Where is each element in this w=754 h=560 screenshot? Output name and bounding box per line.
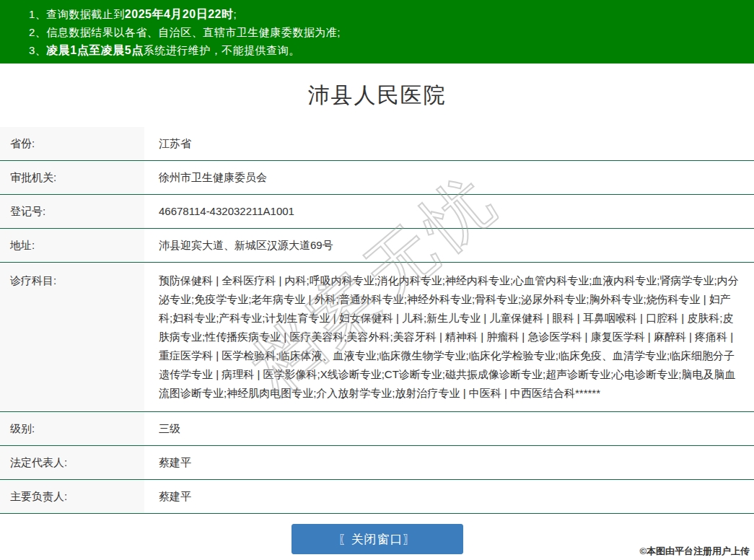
table-row: 审批机关: 徐州市卫生健康委员会	[0, 161, 754, 195]
row-label-approval-authority: 审批机关:	[0, 161, 144, 195]
notice-bold-text: 2025年4月20日22时	[125, 8, 234, 20]
notice-text: 3、	[29, 44, 46, 56]
table-row: 地址: 沛县迎宾大道、新城区汉源大道69号	[0, 229, 754, 263]
notice-line: 2、信息数据结果以各省、自治区、直辖市卫生健康委数据为准;	[29, 23, 740, 41]
row-label-medical-subjects: 诊疗科目:	[0, 263, 144, 412]
row-value-medical-subjects: 预防保健科 | 全科医疗科 | 内科;呼吸内科专业;消化内科专业;神经内科专业;…	[144, 263, 754, 412]
table-row: 法定代表人: 蔡建平	[0, 446, 754, 480]
page-title: 沛县人民医院	[308, 81, 447, 110]
notice-text: 2、信息数据结果以各省、自治区、直辖市卫生健康委数据为准;	[29, 26, 341, 38]
notice-banner: 1、查询数据截止到2025年4月20日22时; 2、信息数据结果以各省、自治区、…	[0, 0, 754, 64]
row-value-main-person-in-charge: 蔡建平	[144, 480, 754, 514]
table-row: 省份: 江苏省	[0, 127, 754, 161]
hospital-info-table: 省份: 江苏省 审批机关: 徐州市卫生健康委员会 登记号: 46678114-4…	[0, 127, 754, 514]
notice-line: 3、凌晨1点至凌晨5点系统进行维护，不能提供查询。	[29, 41, 740, 59]
title-area: 沛县人民医院	[0, 64, 754, 127]
row-label-registration-number: 登记号:	[0, 195, 144, 229]
row-label-province: 省份:	[0, 127, 144, 161]
button-row: 〖关闭窗口〗	[0, 524, 754, 554]
row-label-level: 级别:	[0, 412, 144, 446]
notice-line: 1、查询数据截止到2025年4月20日22时;	[29, 5, 740, 23]
row-value-province: 江苏省	[144, 127, 754, 161]
close-window-button[interactable]: 〖关闭窗口〗	[291, 524, 463, 554]
row-value-approval-authority: 徐州市卫生健康委员会	[144, 161, 754, 195]
table-row: 登记号: 46678114-432032211A1001	[0, 195, 754, 229]
notice-bold-text: 凌晨1点至凌晨5点	[46, 44, 143, 56]
row-value-legal-representative: 蔡建平	[144, 446, 754, 480]
notice-text: 1、查询数据截止到	[29, 8, 125, 20]
table-row: 主要负责人: 蔡建平	[0, 480, 754, 514]
table-row: 诊疗科目: 预防保健科 | 全科医疗科 | 内科;呼吸内科专业;消化内科专业;神…	[0, 263, 754, 412]
table-row: 级别: 三级	[0, 412, 754, 446]
row-label-address: 地址:	[0, 229, 144, 263]
row-value-address: 沛县迎宾大道、新城区汉源大道69号	[144, 229, 754, 263]
notice-text: ;	[233, 8, 237, 20]
row-value-registration-number: 46678114-432032211A1001	[144, 195, 754, 229]
row-label-main-person-in-charge: 主要负责人:	[0, 480, 144, 514]
row-value-level: 三级	[144, 412, 754, 446]
row-label-legal-representative: 法定代表人:	[0, 446, 144, 480]
notice-text: 系统进行维护，不能提供查询。	[144, 44, 300, 56]
